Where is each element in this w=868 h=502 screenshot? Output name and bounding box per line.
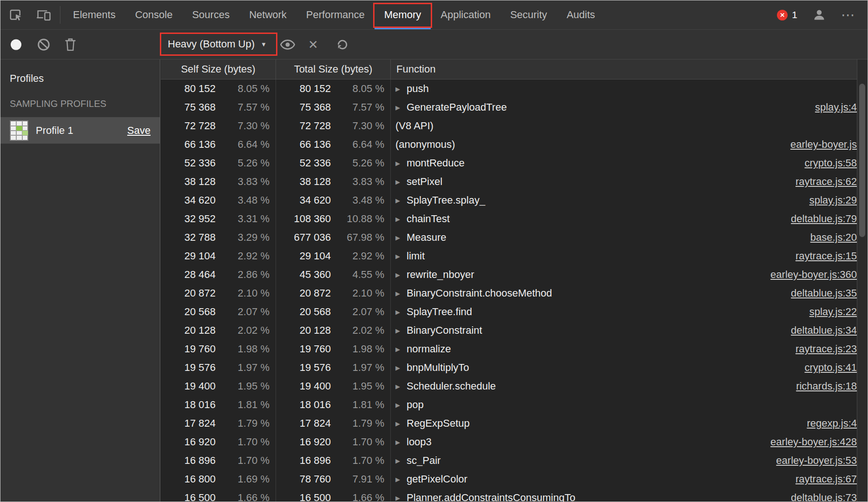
expand-arrow-icon[interactable]: ▶: [395, 253, 407, 260]
source-link[interactable]: deltablue.js:73: [782, 492, 857, 502]
source-link[interactable]: crypto.js:58: [796, 157, 857, 169]
console-error-badge[interactable]: ✕ 1: [777, 9, 797, 20]
visibility-button[interactable]: [280, 39, 295, 50]
table-row[interactable]: 20 8722.10 %20 8722.10 %▶BinaryConstrain…: [161, 284, 857, 303]
save-profile-link[interactable]: Save: [127, 125, 151, 137]
tab-audits[interactable]: Audits: [557, 0, 605, 29]
column-header-function[interactable]: Function: [391, 59, 857, 79]
expand-arrow-icon[interactable]: ▶: [395, 309, 407, 316]
expand-arrow-icon[interactable]: ▶: [395, 495, 407, 502]
source-link[interactable]: deltablue.js:79: [782, 213, 857, 225]
expand-arrow-icon[interactable]: ▶: [395, 457, 407, 464]
table-row[interactable]: 29 1042.92 %29 1042.92 %▶limitraytrace.j…: [161, 247, 857, 265]
expand-arrow-icon[interactable]: ▶: [395, 476, 407, 483]
self-size-cell: 75 3687.57 %: [161, 98, 276, 117]
tab-performance[interactable]: Performance: [296, 0, 375, 29]
source-link[interactable]: raytrace.js:23: [786, 343, 857, 355]
function-cell: ▶chainTestdeltablue.js:79: [391, 210, 857, 228]
total-size-percent: 1.66 %: [331, 492, 390, 502]
expand-arrow-icon[interactable]: ▶: [395, 383, 407, 390]
expand-arrow-icon[interactable]: ▶: [395, 234, 407, 241]
source-link[interactable]: base.js:20: [801, 231, 857, 244]
function-name: getPixelColor: [407, 473, 467, 485]
expand-arrow-icon[interactable]: ▶: [395, 420, 407, 427]
source-link[interactable]: splay.js:29: [800, 194, 857, 206]
table-row[interactable]: 52 3365.26 %52 3365.26 %▶montReducecrypt…: [161, 154, 857, 172]
source-link[interactable]: richards.js:18: [787, 380, 857, 392]
expand-arrow-icon[interactable]: ▶: [395, 364, 407, 371]
source-link[interactable]: regexp.js:4: [797, 417, 857, 429]
scrollbar-thumb[interactable]: [859, 84, 865, 237]
expand-arrow-icon[interactable]: ▶: [395, 271, 407, 278]
user-icon[interactable]: [810, 6, 828, 24]
source-link[interactable]: earley-boyer.js:360: [761, 269, 857, 281]
table-row[interactable]: 20 5682.07 %20 5682.07 %▶SplayTree.finds…: [161, 303, 857, 321]
table-row[interactable]: 16 9201.70 %16 9201.70 %▶loop3earley-boy…: [161, 433, 857, 451]
source-link[interactable]: splay.js:22: [800, 306, 857, 318]
table-row[interactable]: 28 4642.86 %45 3604.55 %▶rewrite_nboyere…: [161, 265, 857, 284]
tab-label: Application: [441, 9, 491, 21]
table-row[interactable]: 17 8241.79 %17 8241.79 %▶RegExpSetuprege…: [161, 414, 857, 433]
profile-table-body: 80 1528.05 %80 1528.05 %▶push75 3687.57 …: [161, 79, 857, 502]
topbar-divider: [60, 6, 60, 24]
source-link[interactable]: crypto.js:41: [796, 362, 857, 374]
tab-sources[interactable]: Sources: [182, 0, 239, 29]
column-header-self-size[interactable]: Self Size (bytes): [161, 59, 276, 79]
table-row[interactable]: 75 3687.57 %75 3687.57 %▶GeneratePayload…: [161, 98, 857, 117]
source-link[interactable]: raytrace.js:15: [786, 250, 857, 262]
record-button[interactable]: [11, 39, 21, 50]
table-row[interactable]: 80 1528.05 %80 1528.05 %▶push: [161, 79, 857, 98]
vertical-scrollbar[interactable]: [857, 59, 868, 502]
table-row[interactable]: 34 6203.48 %34 6203.48 %▶SplayTree.splay…: [161, 191, 857, 210]
table-row[interactable]: 66 1366.64 %66 1366.64 %(anonymous)earle…: [161, 135, 857, 154]
table-row[interactable]: 16 8961.70 %16 8961.70 %▶sc_Pairearley-b…: [161, 451, 857, 470]
tab-security[interactable]: Security: [500, 0, 557, 29]
expand-arrow-icon[interactable]: ▶: [395, 160, 407, 167]
source-link[interactable]: earley-boyer.js:53: [767, 455, 857, 467]
table-row[interactable]: 19 7601.98 %19 7601.98 %▶normalizeraytra…: [161, 340, 857, 358]
source-link[interactable]: earley-boyer.js:428: [761, 436, 857, 448]
clear-profiles-button[interactable]: [37, 38, 51, 52]
inspect-element-icon[interactable]: [7, 6, 25, 24]
expand-arrow-icon[interactable]: ▶: [395, 216, 407, 223]
tab-memory[interactable]: Memory: [375, 0, 431, 29]
sidebar-item-profile-1[interactable]: Profile 1 Save: [0, 117, 160, 144]
table-row[interactable]: 72 7287.30 %72 7287.30 %(V8 API): [161, 117, 857, 135]
expand-arrow-icon[interactable]: ▶: [395, 86, 407, 92]
expand-arrow-icon[interactable]: ▶: [395, 439, 407, 446]
expand-arrow-icon[interactable]: ▶: [395, 346, 407, 353]
source-link[interactable]: deltablue.js:34: [782, 324, 857, 337]
tab-console[interactable]: Console: [125, 0, 183, 29]
table-row[interactable]: 19 4001.95 %19 4001.95 %▶Scheduler.sched…: [161, 377, 857, 396]
delete-profile-button[interactable]: [64, 38, 77, 51]
source-link[interactable]: earley-boyer.js: [781, 139, 857, 151]
table-row[interactable]: 32 9523.31 %108 36010.88 %▶chainTestdelt…: [161, 210, 857, 228]
table-row[interactable]: 16 5001.66 %16 5001.66 %▶Planner.addCons…: [161, 489, 857, 502]
source-link[interactable]: raytrace.js:62: [786, 176, 857, 188]
table-row[interactable]: 38 1283.83 %38 1283.83 %▶setPixelraytrac…: [161, 172, 857, 191]
tab-network[interactable]: Network: [239, 0, 296, 29]
source-link[interactable]: deltablue.js:35: [782, 287, 857, 299]
expand-arrow-icon[interactable]: ▶: [395, 104, 407, 111]
table-row[interactable]: 18 0161.81 %18 0161.81 %▶pop: [161, 396, 857, 414]
close-profile-button[interactable]: ✕: [308, 37, 318, 52]
table-row[interactable]: 16 8001.69 %78 7607.91 %▶getPixelColorra…: [161, 470, 857, 489]
expand-arrow-icon[interactable]: ▶: [395, 290, 407, 297]
tab-elements[interactable]: Elements: [63, 0, 125, 29]
column-header-total-size[interactable]: Total Size (bytes): [276, 59, 391, 79]
table-row[interactable]: 20 1282.02 %20 1282.02 %▶BinaryConstrain…: [161, 321, 857, 340]
self-size-percent: 7.30 %: [216, 120, 276, 132]
table-row[interactable]: 32 7883.29 %677 03667.98 %▶Measurebase.j…: [161, 228, 857, 247]
expand-arrow-icon[interactable]: ▶: [395, 327, 407, 334]
table-row[interactable]: 19 5761.97 %19 5761.97 %▶bnpMultiplyTocr…: [161, 358, 857, 377]
expand-arrow-icon[interactable]: ▶: [395, 178, 407, 185]
tab-application[interactable]: Application: [431, 0, 500, 29]
expand-arrow-icon[interactable]: ▶: [395, 402, 407, 409]
device-toolbar-icon[interactable]: [35, 6, 53, 24]
refresh-button[interactable]: [336, 38, 349, 51]
overflow-menu-icon[interactable]: ⋯: [841, 8, 856, 22]
source-link[interactable]: splay.js:4: [806, 101, 857, 113]
self-size-cell: 19 7601.98 %: [161, 340, 276, 358]
expand-arrow-icon[interactable]: ▶: [395, 197, 407, 204]
source-link[interactable]: raytrace.js:67: [786, 473, 857, 485]
